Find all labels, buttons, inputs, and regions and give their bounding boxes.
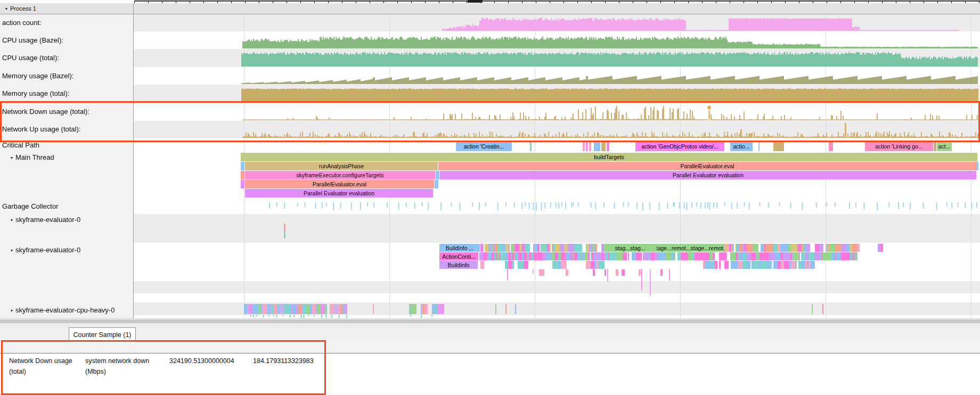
track-label-action-count: action count: — [2, 19, 42, 27]
process-header[interactable]: ▾Process 1 — [0, 3, 980, 14]
section-main-thread[interactable]: ▾Main Thread — [11, 153, 54, 161]
track-label-mem-bazel: Memory usage (Bazel): — [2, 72, 74, 80]
cell-series[interactable]: system network down (Mbps) — [85, 356, 161, 377]
section-label: skyframe-evaluator-0 — [15, 216, 80, 224]
sidebar-divider — [133, 3, 134, 318]
collapse-icon[interactable]: ▾ — [11, 218, 13, 223]
analysis-tab-bar — [0, 327, 980, 342]
track-label-net-down: Network Down usage (total): — [2, 108, 89, 116]
trace-slice[interactable]: BuildInfo ... — [439, 244, 480, 252]
evaluator2-row-2: BuildInfo — [0, 261, 980, 269]
trace-viewer: ▾Process 1 action count: CPU usage (Baze… — [0, 0, 980, 395]
trace-slice[interactable]: BuildInfo — [439, 261, 478, 269]
track-label-mem-total: Memory usage (total): — [2, 89, 69, 97]
section-label-critical-path: Critical Path — [2, 141, 39, 149]
section-evaluator2[interactable]: ▾skyframe-evaluator-0 — [11, 246, 80, 254]
section-label-gc: Garbage Collector — [2, 202, 59, 210]
table-header — [0, 341, 980, 353]
trace-slice[interactable]: stage...remot...stage...remot... — [657, 244, 724, 252]
trace-slice-small[interactable] — [284, 231, 285, 238]
cell-time[interactable]: 324190.51300000004 — [169, 356, 249, 366]
trace-slice-small[interactable] — [284, 224, 285, 231]
collapse-icon[interactable]: ▾ — [11, 248, 13, 253]
collapse-icon[interactable]: ▾ — [11, 155, 13, 160]
trace-slice[interactable]: stag...stag... — [603, 244, 657, 252]
track-label-cpu-total: CPU usage (total): — [2, 54, 59, 62]
collapse-icon[interactable]: ▾ — [5, 4, 7, 14]
track-label-net-up: Network Up usage (total): — [2, 125, 80, 133]
section-label: skyframe-evaluator-0 — [15, 246, 80, 254]
cell-value[interactable]: 184.1793113323983 — [253, 356, 333, 366]
splitter-handle[interactable] — [0, 319, 980, 323]
section-label: skyframe-evaluator-cpu-heavy-0 — [15, 306, 115, 314]
evaluator2-row-1: ActionConti... — [0, 252, 980, 260]
section-evaluator1[interactable]: ▾skyframe-evaluator-0 — [11, 216, 80, 224]
process-title: Process 1 — [10, 5, 36, 12]
cell-counter[interactable]: Network Down usage (total) — [9, 356, 79, 377]
section-cpu-heavy[interactable]: ▾skyframe-evaluator-cpu-heavy-0 — [11, 306, 115, 314]
evaluator2-row-0: BuildInfo ...stag...stag...stage...remot… — [0, 244, 980, 252]
track-label-cpu-bazel: CPU usage (Bazel): — [2, 36, 63, 44]
trace-slice[interactable]: ActionConti... — [439, 252, 478, 260]
collapse-icon[interactable]: ▾ — [11, 308, 13, 313]
section-label: Main Thread — [15, 153, 54, 161]
tab-counter-sample[interactable]: Counter Sample (1) — [69, 327, 136, 342]
evaluator1-row — [0, 0, 980, 319]
